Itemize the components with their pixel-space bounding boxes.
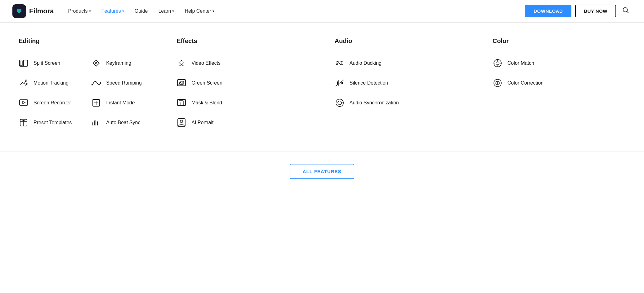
menu-label-color-match: Color Match (508, 60, 534, 66)
features-dropdown-panel: Editing Split Screen (0, 22, 644, 151)
menu-item-color-match[interactable]: Color Match (493, 53, 625, 73)
brand-logo (12, 4, 26, 18)
svg-point-30 (180, 120, 183, 123)
instant-mode-icon (91, 98, 101, 108)
col-effects: Effects Video Effects (177, 37, 322, 133)
nav-label-guide: Guide (135, 8, 148, 14)
editing-sub-1: Split Screen Motion Tracking (19, 53, 79, 133)
auto-beat-sync-icon (91, 118, 101, 128)
menu-label-audio-ducking: Audio Ducking (350, 60, 382, 66)
menu-label-instant-mode: Instant Mode (106, 100, 135, 106)
menu-item-green-screen[interactable]: Green Screen (177, 73, 309, 93)
menu-item-keyframing[interactable]: Keyframing (91, 53, 151, 73)
menu-item-auto-beat-sync[interactable]: Auto Beat Sync (91, 113, 151, 133)
nav-item-guide[interactable]: Guide (130, 6, 152, 16)
color-correction-icon (493, 78, 503, 88)
menu-item-preset-templates[interactable]: Preset Templates (19, 113, 79, 133)
menu-label-auto-beat-sync: Auto Beat Sync (106, 120, 140, 125)
menu-label-ai-portrait: AI Portrait (191, 120, 213, 125)
menu-label-green-screen: Green Screen (191, 80, 222, 86)
audio-sync-icon (335, 98, 345, 108)
audio-ducking-icon (335, 58, 345, 68)
dropdown-grid: Editing Split Screen (19, 37, 625, 133)
buy-now-button[interactable]: BUY NOW (575, 5, 616, 17)
nav-item-features[interactable]: Features ▾ (97, 6, 128, 16)
nav-item-learn[interactable]: Learn ▾ (154, 6, 178, 16)
svg-point-44 (496, 62, 499, 65)
nav-label-help: Help Center (185, 8, 211, 14)
nav-actions: DOWNLOAD BUY NOW (525, 5, 632, 17)
menu-item-audio-sync[interactable]: Audio Synchronization (335, 93, 467, 113)
menu-label-split-screen: Split Screen (34, 60, 60, 66)
nav-label-products: Products (68, 8, 87, 14)
col-editing: Editing Split Screen (19, 37, 164, 133)
menu-item-instant-mode[interactable]: Instant Mode (91, 93, 151, 113)
nav-item-products[interactable]: Products ▾ (64, 6, 95, 16)
video-effects-icon (177, 58, 186, 68)
brand-name: Filmora (29, 7, 54, 15)
audio-menu-items: Audio Ducking Silen (335, 53, 467, 113)
color-match-icon (493, 58, 503, 68)
menu-label-audio-sync: Audio Synchronization (350, 100, 399, 106)
menu-label-keyframing: Keyframing (106, 60, 131, 66)
split-screen-icon (19, 58, 29, 68)
nav-links: Products ▾ Features ▾ Guide Learn ▾ Help… (64, 6, 515, 16)
filmora-logo-svg (15, 7, 23, 15)
nav-item-help[interactable]: Help Center ▾ (180, 6, 218, 16)
svg-rect-7 (20, 100, 28, 105)
menu-item-split-screen[interactable]: Split Screen (19, 53, 79, 73)
preset-templates-icon (19, 118, 29, 128)
svg-line-1 (627, 11, 629, 13)
green-screen-icon (177, 78, 186, 88)
menu-label-speed-ramping: Speed Ramping (106, 80, 142, 86)
download-button[interactable]: DOWNLOAD (525, 5, 571, 17)
all-features-button[interactable]: ALL FEATURES (290, 164, 355, 179)
menu-label-screen-recorder: Screen Recorder (34, 100, 71, 106)
menu-item-motion-tracking[interactable]: Motion Tracking (19, 73, 79, 93)
search-icon (622, 7, 629, 14)
speed-ramping-icon (91, 78, 101, 88)
menu-label-motion-tracking: Motion Tracking (34, 80, 69, 86)
menu-label-mask-blend: Mask & Blend (191, 100, 222, 106)
menu-item-screen-recorder[interactable]: Screen Recorder (19, 93, 79, 113)
brand-logo-link[interactable]: Filmora (12, 4, 54, 18)
search-button[interactable] (620, 6, 632, 17)
menu-label-color-correction: Color Correction (508, 80, 543, 86)
menu-item-silence-detection[interactable]: Silence Detection (335, 73, 467, 93)
silence-detection-icon (335, 78, 345, 88)
nav-label-features: Features (101, 8, 121, 14)
menu-label-silence-detection: Silence Detection (350, 80, 388, 86)
screen-recorder-icon (19, 98, 29, 108)
menu-item-ai-portrait[interactable]: AI Portrait (177, 113, 309, 133)
col-color: Color Color Match (493, 37, 625, 133)
editing-inner: Split Screen Motion Tracking (19, 53, 151, 133)
menu-item-mask-blend[interactable]: Mask & Blend (177, 93, 309, 113)
col-title-color: Color (493, 37, 625, 45)
chevron-down-icon-help: ▾ (212, 9, 214, 13)
svg-rect-4 (20, 61, 23, 65)
nav-label-learn: Learn (158, 8, 171, 14)
col-title-audio: Audio (335, 37, 467, 45)
chevron-down-icon-learn: ▾ (172, 9, 174, 13)
col-title-effects: Effects (177, 37, 309, 45)
svg-rect-26 (177, 99, 186, 106)
ai-portrait-icon (177, 118, 186, 128)
menu-label-video-effects: Video Effects (191, 60, 221, 66)
menu-item-speed-ramping[interactable]: Speed Ramping (91, 73, 151, 93)
svg-rect-27 (179, 101, 183, 105)
all-features-area: ALL FEATURES (0, 151, 644, 194)
mask-blend-icon (177, 98, 186, 108)
editing-sub-2: Keyframing Speed Ramping (91, 53, 151, 133)
menu-item-video-effects[interactable]: Video Effects (177, 53, 309, 73)
motion-tracking-icon (19, 78, 29, 88)
menu-item-color-correction[interactable]: Color Correction (493, 73, 625, 93)
svg-rect-24 (177, 80, 186, 86)
menu-label-preset-templates: Preset Templates (34, 120, 72, 125)
color-menu-items: Color Match Color Correction (493, 53, 625, 93)
chevron-down-icon: ▾ (89, 9, 91, 13)
svg-point-13 (96, 63, 97, 64)
effects-menu-items: Video Effects Green Screen (177, 53, 309, 133)
menu-item-audio-ducking[interactable]: Audio Ducking (335, 53, 467, 73)
col-title-editing: Editing (19, 37, 151, 45)
keyframing-icon (91, 58, 101, 68)
